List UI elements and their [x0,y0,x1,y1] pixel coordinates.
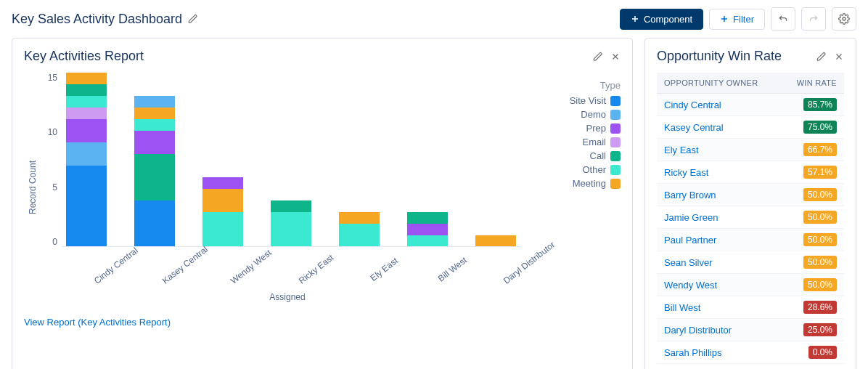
bar-segment-email[interactable] [66,108,107,119]
x-category-label: Kasey Central [160,253,199,286]
owner-link[interactable]: Ricky East [664,167,708,178]
win-rate-badge: 50.0% [803,233,837,246]
owner-link[interactable]: Barry Brown [664,190,716,200]
owner-link[interactable]: Daryl Distributor [664,325,732,336]
legend-label: Email [582,137,606,147]
legend-item[interactable]: Other [533,164,621,175]
col-rate[interactable]: Win Rate [781,73,844,94]
legend-label: Prep [586,123,606,134]
bar-segment-other[interactable] [271,212,311,247]
owner-link[interactable]: Wendy West [664,280,717,291]
redo-button[interactable] [801,7,826,31]
bar-segment-meeting[interactable] [66,73,107,84]
win-rate-badge: 57.1% [803,166,837,179]
owner-link[interactable]: Cindy Central [664,100,721,110]
table-row: Kasey Central75.0% [657,116,844,139]
legend-swatch [610,137,621,147]
bar-segment-meeting[interactable] [339,212,380,224]
page-title: Key Sales Activity Dashboard [12,12,182,27]
owner-link[interactable]: Jamie Green [664,212,718,223]
legend-swatch [610,110,621,120]
y-tick: 15 [41,73,57,83]
bar-chart-plot [62,73,520,247]
y-tick: 0 [41,237,57,247]
owner-link[interactable]: Sean Silver [664,257,712,268]
bar-column[interactable] [271,200,311,247]
win-rate-badge: 0.0% [808,346,837,359]
bar-segment-prep[interactable] [134,131,175,154]
bar-segment-call[interactable] [134,154,175,200]
legend-label: Meeting [573,178,606,189]
bar-segment-prep[interactable] [407,224,448,235]
legend-item[interactable]: Site Visit [533,95,621,106]
table-row: Bill West28.6% [657,296,844,319]
owner-link[interactable]: Kasey Central [664,122,724,133]
bar-column[interactable] [134,96,175,247]
bar-column[interactable] [407,212,448,247]
close-panel-icon[interactable] [610,52,621,62]
x-category-label: Cindy Central [92,253,131,286]
legend-title: Type [533,80,621,91]
edit-title-icon[interactable] [188,14,198,24]
winrate-table-body: Opportunity Owner Win Rate Cindy Central… [645,67,856,369]
win-rate-badge: 85.7% [803,98,837,111]
y-tick: 5 [41,182,57,192]
owner-link[interactable]: Ely East [664,145,699,155]
win-rate-badge: 75.0% [803,121,837,134]
bar-column[interactable] [66,73,107,247]
settings-button[interactable] [832,7,856,31]
bar-segment-prep[interactable] [66,119,107,142]
view-activities-report-link[interactable]: View Report (Key Activities Report) [24,317,171,328]
bar-segment-call[interactable] [66,84,107,96]
activities-panel-footer: View Report (Key Activities Report) [12,308,632,339]
add-component-button[interactable]: Component [620,9,703,30]
bar-segment-site_visit[interactable] [66,166,107,247]
edit-panel-icon[interactable] [816,52,827,62]
x-axis-label: Assigned [41,292,533,302]
bar-segment-meeting[interactable] [202,189,243,212]
add-component-label: Component [644,14,692,25]
bar-segment-meeting[interactable] [475,235,516,247]
table-row: Sean Silver50.0% [657,251,844,274]
legend-item[interactable]: Meeting [533,178,621,189]
bar-segment-call[interactable] [407,212,448,224]
bar-segment-call[interactable] [271,200,311,212]
bar-segment-prep[interactable] [202,177,243,189]
edit-panel-icon[interactable] [593,52,603,62]
legend-label: Call [590,150,606,161]
legend-item[interactable]: Call [533,150,621,161]
bar-column[interactable] [339,212,380,247]
legend-swatch [610,165,621,175]
bar-segment-site_visit[interactable] [134,200,175,247]
winrate-panel-actions [816,52,844,62]
add-filter-button[interactable]: Filter [709,9,765,30]
bar-segment-demo[interactable] [66,142,107,166]
undo-button[interactable] [771,7,795,31]
bar-segment-meeting[interactable] [134,108,175,119]
bar-segment-demo[interactable] [134,96,175,108]
owner-link[interactable]: Bill West [664,302,700,313]
bar-segment-other[interactable] [339,224,380,247]
legend-item[interactable]: Email [533,137,621,147]
bar-column[interactable] [475,235,516,247]
table-row: Sarah Phillips0.0% [657,341,844,364]
legend-item[interactable]: Prep [533,123,621,134]
bar-segment-other[interactable] [134,119,175,131]
bar-segment-other[interactable] [407,235,448,247]
win-rate-badge: 50.0% [803,278,837,291]
bar-segment-other[interactable] [202,212,243,247]
y-axis-ticks: 151050 [41,73,62,247]
owner-link[interactable]: Sarah Phillips [664,347,722,358]
owner-link[interactable]: Paul Partner [664,235,716,246]
win-rate-badge: 50.0% [803,211,837,224]
table-row: Ely East66.7% [657,139,844,161]
close-panel-icon[interactable] [834,52,844,62]
bar-segment-other[interactable] [66,96,107,108]
activities-chart-body: Record Count 151050 Cindy CentralKasey C… [12,67,632,308]
bar-column[interactable] [202,177,243,247]
legend-item[interactable]: Demo [533,109,621,120]
col-owner[interactable]: Opportunity Owner [657,73,781,94]
table-row: Paul Partner50.0% [657,229,844,251]
table-row: Wendy West50.0% [657,274,844,296]
table-row: Ricky East57.1% [657,161,844,184]
